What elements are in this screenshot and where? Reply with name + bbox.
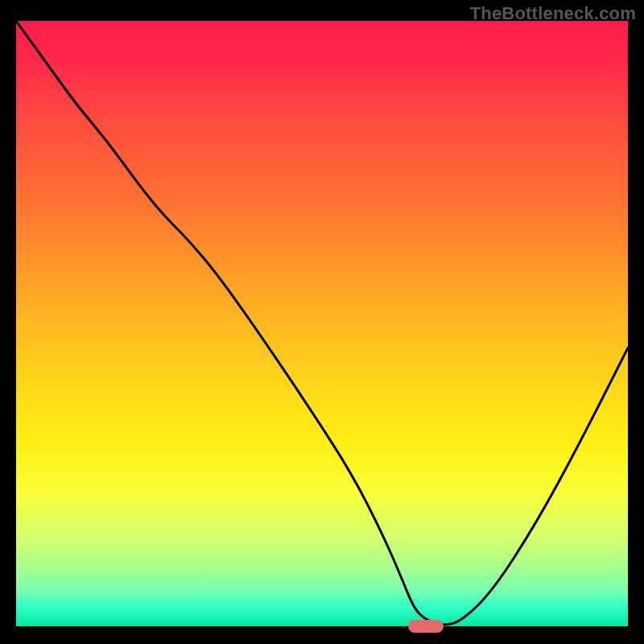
watermark-text: TheBottleneck.com [470, 3, 636, 24]
plot-area [16, 21, 628, 626]
optimum-marker [408, 620, 444, 633]
chart-frame: TheBottleneck.com [0, 0, 644, 644]
bottleneck-curve [16, 21, 628, 626]
